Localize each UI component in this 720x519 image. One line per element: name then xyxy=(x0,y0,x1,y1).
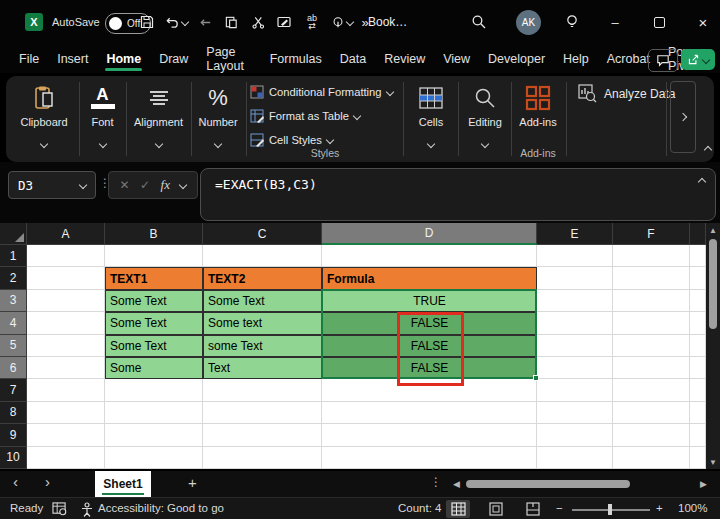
cell-F9[interactable] xyxy=(613,424,690,446)
hscroll-left-icon[interactable]: ◀ xyxy=(453,479,460,489)
cell-D1[interactable] xyxy=(322,245,537,267)
touch-mode-dropdown-icon[interactable] xyxy=(346,18,354,26)
cell-B4[interactable]: Some Text xyxy=(105,312,203,334)
font-dropdown-icon[interactable] xyxy=(98,140,106,148)
tab-page-layout[interactable]: Page Layout xyxy=(197,45,260,73)
row-header-1[interactable]: 1 xyxy=(0,245,27,267)
next-sheet-icon[interactable]: › xyxy=(45,473,50,490)
cell-C4[interactable]: Some text xyxy=(203,312,322,334)
number-dropdown-icon[interactable] xyxy=(214,140,222,148)
zoom-out-button[interactable]: − xyxy=(556,502,563,514)
collapse-formula-bar-icon[interactable] xyxy=(698,178,706,186)
row-header-5[interactable]: 5 xyxy=(0,335,27,357)
cell-G1[interactable] xyxy=(690,245,706,267)
column-header-A[interactable]: A xyxy=(27,223,105,245)
tab-draw[interactable]: Draw xyxy=(150,45,197,73)
tab-view[interactable]: View xyxy=(434,45,479,73)
cell-G10[interactable] xyxy=(690,447,706,469)
cell-G9[interactable] xyxy=(690,424,706,446)
cell-A9[interactable] xyxy=(27,424,105,446)
accessibility-icon[interactable] xyxy=(78,501,96,517)
cell-B2[interactable]: TEXT1 xyxy=(105,267,203,289)
page-layout-view-button[interactable] xyxy=(484,500,508,518)
zoom-level[interactable]: 100% xyxy=(678,502,707,514)
cell-F6[interactable] xyxy=(613,357,690,379)
cell-B1[interactable] xyxy=(105,245,203,267)
alignment-group[interactable]: Alignment xyxy=(127,76,190,162)
share-button[interactable] xyxy=(681,49,715,70)
font-group[interactable]: A Font xyxy=(80,76,125,162)
name-box-dropdown-icon[interactable] xyxy=(79,181,87,189)
analyze-data-button[interactable]: Analyze Data xyxy=(578,84,675,103)
cell-G6[interactable] xyxy=(690,357,706,379)
fx-dropdown-icon[interactable] xyxy=(179,181,187,189)
tab-file[interactable]: File xyxy=(10,45,48,73)
comments-button[interactable] xyxy=(648,49,678,72)
cell-E2[interactable] xyxy=(537,267,613,289)
cell-B6[interactable]: Some xyxy=(105,357,203,379)
cell-E8[interactable] xyxy=(537,402,613,424)
minimize-button[interactable]: – xyxy=(600,12,630,32)
cut-icon[interactable] xyxy=(249,13,267,31)
cell-A8[interactable] xyxy=(27,402,105,424)
cell-E3[interactable] xyxy=(537,290,613,312)
row-header-4[interactable]: 4 xyxy=(0,312,27,334)
zoom-slider-thumb[interactable] xyxy=(608,504,612,515)
row-header-2[interactable]: 2 xyxy=(0,267,27,289)
cell-E9[interactable] xyxy=(537,424,613,446)
undo-button[interactable] xyxy=(163,13,189,31)
cell-G4[interactable] xyxy=(690,312,706,334)
copy-icon[interactable] xyxy=(222,13,240,31)
close-button[interactable]: × xyxy=(688,12,718,32)
cells-group[interactable]: Cells xyxy=(406,76,456,162)
cells-dropdown-icon[interactable] xyxy=(427,140,435,148)
tab-insert[interactable]: Insert xyxy=(48,45,97,73)
row-header-8[interactable]: 8 xyxy=(0,402,27,424)
row-header-7[interactable]: 7 xyxy=(0,379,27,401)
column-header-F[interactable]: F xyxy=(613,223,690,245)
cell-D7[interactable] xyxy=(322,379,537,401)
accessibility-status[interactable]: Accessibility: Good to go xyxy=(98,502,224,514)
cell-F8[interactable] xyxy=(613,402,690,424)
cell-F7[interactable] xyxy=(613,379,690,401)
cell-G2[interactable] xyxy=(690,267,706,289)
row-header-3[interactable]: 3 xyxy=(0,290,27,312)
cell-F4[interactable] xyxy=(613,312,690,334)
paste-icon[interactable] xyxy=(275,13,293,31)
sheet-options-icon[interactable]: ⋮ xyxy=(430,475,442,489)
zoom-in-button[interactable]: + xyxy=(656,502,663,514)
number-group[interactable]: % Number xyxy=(192,76,244,162)
save-icon[interactable] xyxy=(138,13,156,31)
cell-D6[interactable]: FALSE xyxy=(322,357,537,379)
tab-formulas[interactable]: Formulas xyxy=(261,45,331,73)
add-ins-group[interactable]: Add-ins Add-ins xyxy=(512,76,564,162)
collapse-ribbon-button[interactable] xyxy=(700,144,716,156)
cell-E6[interactable] xyxy=(537,357,613,379)
cell-B10[interactable] xyxy=(105,447,203,469)
fill-handle[interactable] xyxy=(533,375,539,381)
cell-F2[interactable] xyxy=(613,267,690,289)
cell-D8[interactable] xyxy=(322,402,537,424)
tab-data[interactable]: Data xyxy=(331,45,375,73)
cell-E10[interactable] xyxy=(537,447,613,469)
column-header-C[interactable]: C xyxy=(203,223,322,245)
spreadsheet-grid[interactable]: ABCDEF12345678910TEXT1TEXT2FormulaSome T… xyxy=(0,223,706,469)
enter-icon[interactable]: ✓ xyxy=(140,178,150,192)
column-header-B[interactable]: B xyxy=(105,223,203,245)
select-all-corner[interactable] xyxy=(0,223,27,245)
lightbulb-icon[interactable] xyxy=(563,13,581,31)
cell-C8[interactable] xyxy=(203,402,322,424)
excel-logo-icon[interactable]: X xyxy=(25,13,43,31)
hscroll-right-icon[interactable]: ▶ xyxy=(700,479,707,489)
vertical-scrollbar[interactable]: ▲ ▼ xyxy=(706,223,720,469)
maximize-button[interactable] xyxy=(644,12,674,32)
cell-D10[interactable] xyxy=(322,447,537,469)
tab-review[interactable]: Review xyxy=(375,45,434,73)
cell-A7[interactable] xyxy=(27,379,105,401)
cell-C10[interactable] xyxy=(203,447,322,469)
cell-D2[interactable]: Formula xyxy=(322,267,537,289)
cell-D5[interactable]: FALSE xyxy=(322,335,537,357)
cell-E5[interactable] xyxy=(537,335,613,357)
tab-help[interactable]: Help xyxy=(554,45,598,73)
cell-A10[interactable] xyxy=(27,447,105,469)
